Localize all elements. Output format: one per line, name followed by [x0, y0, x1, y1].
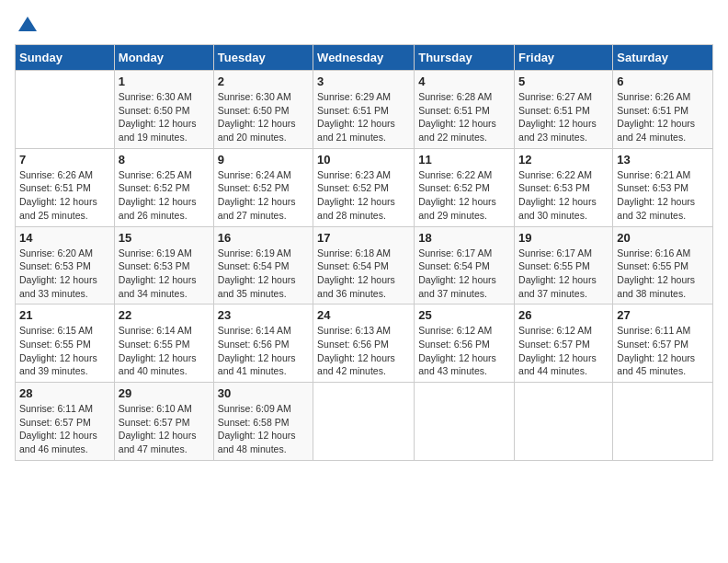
day-number: 7: [19, 153, 110, 167]
day-number: 19: [518, 231, 609, 245]
day-info: Sunrise: 6:28 AMSunset: 6:51 PMDaylight:…: [418, 90, 510, 144]
day-number: 2: [218, 75, 309, 88]
day-number: 24: [317, 308, 410, 322]
calendar-cell: 30Sunrise: 6:09 AMSunset: 6:58 PMDayligh…: [213, 383, 313, 461]
weekday-header-friday: Friday: [515, 45, 613, 71]
day-number: 3: [317, 75, 410, 88]
day-number: 22: [119, 308, 210, 322]
day-number: 23: [218, 308, 309, 322]
day-info: Sunrise: 6:15 AMSunset: 6:55 PMDaylight:…: [19, 324, 110, 378]
day-info: Sunrise: 6:27 AMSunset: 6:51 PMDaylight:…: [518, 90, 609, 144]
day-number: 1: [119, 75, 210, 88]
day-number: 18: [418, 231, 510, 245]
day-number: 14: [19, 231, 110, 245]
day-number: 10: [317, 153, 410, 167]
day-number: 21: [19, 308, 110, 322]
weekday-header-thursday: Thursday: [415, 45, 515, 71]
day-info: Sunrise: 6:17 AMSunset: 6:55 PMDaylight:…: [518, 247, 609, 301]
day-info: Sunrise: 6:26 AMSunset: 6:51 PMDaylight:…: [19, 168, 110, 223]
calendar-cell: 4Sunrise: 6:28 AMSunset: 6:51 PMDaylight…: [415, 71, 515, 149]
week-row-3: 14Sunrise: 6:20 AMSunset: 6:53 PMDayligh…: [16, 226, 713, 304]
day-number: 30: [218, 386, 309, 400]
week-row-2: 7Sunrise: 6:26 AMSunset: 6:51 PMDaylight…: [16, 148, 713, 226]
day-number: 4: [418, 75, 510, 88]
weekday-header-row: SundayMondayTuesdayWednesdayThursdayFrid…: [16, 45, 713, 71]
day-info: Sunrise: 6:22 AMSunset: 6:53 PMDaylight:…: [518, 168, 609, 223]
day-number: 8: [119, 153, 210, 167]
calendar-cell: 7Sunrise: 6:26 AMSunset: 6:51 PMDaylight…: [16, 148, 115, 226]
day-number: 9: [218, 153, 309, 167]
day-info: Sunrise: 6:09 AMSunset: 6:58 PMDaylight:…: [218, 402, 309, 456]
weekday-header-tuesday: Tuesday: [213, 45, 313, 71]
calendar-cell: [515, 383, 613, 461]
day-info: Sunrise: 6:23 AMSunset: 6:52 PMDaylight:…: [317, 168, 410, 223]
calendar-cell: 5Sunrise: 6:27 AMSunset: 6:51 PMDaylight…: [515, 71, 613, 149]
day-number: 29: [119, 386, 210, 400]
day-info: Sunrise: 6:16 AMSunset: 6:55 PMDaylight:…: [617, 247, 709, 301]
day-number: 11: [418, 153, 510, 167]
day-number: 6: [617, 75, 709, 88]
calendar-cell: 10Sunrise: 6:23 AMSunset: 6:52 PMDayligh…: [313, 148, 415, 226]
calendar-cell: 11Sunrise: 6:22 AMSunset: 6:52 PMDayligh…: [415, 148, 515, 226]
calendar-cell: 19Sunrise: 6:17 AMSunset: 6:55 PMDayligh…: [515, 226, 613, 304]
calendar-cell: [415, 383, 515, 461]
calendar-cell: 24Sunrise: 6:13 AMSunset: 6:56 PMDayligh…: [313, 304, 415, 383]
day-number: 5: [518, 75, 609, 88]
calendar-cell: 2Sunrise: 6:30 AMSunset: 6:50 PMDaylight…: [213, 71, 313, 149]
calendar-cell: 29Sunrise: 6:10 AMSunset: 6:57 PMDayligh…: [114, 383, 213, 461]
day-info: Sunrise: 6:21 AMSunset: 6:53 PMDaylight:…: [617, 168, 709, 223]
day-info: Sunrise: 6:30 AMSunset: 6:50 PMDaylight:…: [218, 90, 309, 144]
weekday-header-saturday: Saturday: [613, 45, 713, 71]
day-info: Sunrise: 6:12 AMSunset: 6:56 PMDaylight:…: [418, 324, 510, 378]
calendar-cell: 14Sunrise: 6:20 AMSunset: 6:53 PMDayligh…: [16, 226, 115, 304]
page-header: [15, 15, 713, 33]
calendar-cell: 17Sunrise: 6:18 AMSunset: 6:54 PMDayligh…: [313, 226, 415, 304]
calendar-cell: 22Sunrise: 6:14 AMSunset: 6:55 PMDayligh…: [114, 304, 213, 383]
calendar-cell: 16Sunrise: 6:19 AMSunset: 6:54 PMDayligh…: [213, 226, 313, 304]
week-row-4: 21Sunrise: 6:15 AMSunset: 6:55 PMDayligh…: [16, 304, 713, 383]
day-number: 20: [617, 231, 709, 245]
day-number: 28: [19, 386, 110, 400]
calendar-cell: 25Sunrise: 6:12 AMSunset: 6:56 PMDayligh…: [415, 304, 515, 383]
day-info: Sunrise: 6:11 AMSunset: 6:57 PMDaylight:…: [617, 324, 709, 378]
day-info: Sunrise: 6:24 AMSunset: 6:52 PMDaylight:…: [218, 168, 309, 223]
day-info: Sunrise: 6:12 AMSunset: 6:57 PMDaylight:…: [518, 324, 609, 378]
day-info: Sunrise: 6:18 AMSunset: 6:54 PMDaylight:…: [317, 247, 410, 301]
day-info: Sunrise: 6:26 AMSunset: 6:51 PMDaylight:…: [617, 90, 709, 144]
day-info: Sunrise: 6:22 AMSunset: 6:52 PMDaylight:…: [418, 168, 510, 223]
day-number: 15: [119, 231, 210, 245]
day-number: 26: [518, 308, 609, 322]
calendar-cell: 8Sunrise: 6:25 AMSunset: 6:52 PMDaylight…: [114, 148, 213, 226]
week-row-5: 28Sunrise: 6:11 AMSunset: 6:57 PMDayligh…: [16, 383, 713, 461]
calendar-cell: [16, 71, 115, 149]
day-info: Sunrise: 6:29 AMSunset: 6:51 PMDaylight:…: [317, 90, 410, 144]
day-info: Sunrise: 6:14 AMSunset: 6:55 PMDaylight:…: [119, 324, 210, 378]
day-number: 13: [617, 153, 709, 167]
calendar-cell: 28Sunrise: 6:11 AMSunset: 6:57 PMDayligh…: [16, 383, 115, 461]
svg-marker-0: [18, 17, 37, 31]
logo: [15, 15, 39, 33]
day-info: Sunrise: 6:14 AMSunset: 6:56 PMDaylight:…: [218, 324, 309, 378]
day-number: 16: [218, 231, 309, 245]
day-number: 27: [617, 308, 709, 322]
calendar-cell: 9Sunrise: 6:24 AMSunset: 6:52 PMDaylight…: [213, 148, 313, 226]
calendar-cell: [613, 383, 713, 461]
calendar-cell: 18Sunrise: 6:17 AMSunset: 6:54 PMDayligh…: [415, 226, 515, 304]
weekday-header-sunday: Sunday: [16, 45, 115, 71]
calendar-cell: 6Sunrise: 6:26 AMSunset: 6:51 PMDaylight…: [613, 71, 713, 149]
weekday-header-monday: Monday: [114, 45, 213, 71]
calendar-cell: 1Sunrise: 6:30 AMSunset: 6:50 PMDaylight…: [114, 71, 213, 149]
day-info: Sunrise: 6:11 AMSunset: 6:57 PMDaylight:…: [19, 402, 110, 456]
day-info: Sunrise: 6:19 AMSunset: 6:53 PMDaylight:…: [119, 247, 210, 301]
day-info: Sunrise: 6:13 AMSunset: 6:56 PMDaylight:…: [317, 324, 410, 378]
day-number: 17: [317, 231, 410, 245]
calendar-cell: 26Sunrise: 6:12 AMSunset: 6:57 PMDayligh…: [515, 304, 613, 383]
calendar-cell: 23Sunrise: 6:14 AMSunset: 6:56 PMDayligh…: [213, 304, 313, 383]
logo-icon: [17, 15, 39, 37]
calendar-table: SundayMondayTuesdayWednesdayThursdayFrid…: [15, 44, 713, 461]
day-info: Sunrise: 6:10 AMSunset: 6:57 PMDaylight:…: [119, 402, 210, 456]
day-info: Sunrise: 6:17 AMSunset: 6:54 PMDaylight:…: [418, 247, 510, 301]
day-number: 25: [418, 308, 510, 322]
calendar-cell: 3Sunrise: 6:29 AMSunset: 6:51 PMDaylight…: [313, 71, 415, 149]
calendar-cell: 20Sunrise: 6:16 AMSunset: 6:55 PMDayligh…: [613, 226, 713, 304]
